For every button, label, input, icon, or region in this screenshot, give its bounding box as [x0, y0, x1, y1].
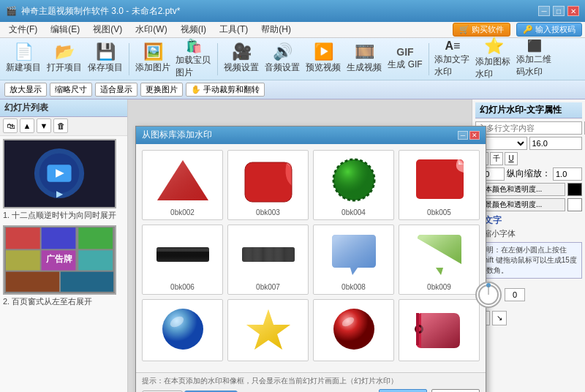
icon-label-0bk003: 0bk003 — [256, 208, 280, 216]
dialog-close-button[interactable]: ✕ — [469, 131, 480, 140]
multiline-text-input[interactable] — [475, 121, 582, 135]
menu-file[interactable]: 文件(F) — [3, 22, 43, 37]
slide-item-1[interactable]: ▶ 1. 十二点顺逆时针为向同时展开 — [3, 139, 124, 221]
icon-img-0bk003 — [233, 155, 303, 206]
icon-item-0bk013[interactable] — [399, 299, 480, 361]
add-qrcode-watermark-label: 添加二维码水印 — [516, 53, 553, 78]
fit-button[interactable]: 适合显示 — [95, 83, 137, 97]
text-color-button[interactable]: 文本颜色和透明度... — [475, 183, 565, 196]
dialog-minimize-button[interactable]: ─ — [458, 131, 468, 140]
zoom-out-button[interactable]: 缩略尺寸 — [50, 83, 92, 97]
bg-color-button[interactable]: 背景颜色和透明度... — [475, 198, 565, 211]
dialog-cancel-button[interactable]: 取消 — [431, 389, 480, 392]
preview-video-button[interactable]: ▶️ 预览视频 — [304, 41, 342, 78]
add-qrcode-watermark-button[interactable]: ⬛ 添加二维码水印 — [516, 41, 554, 78]
menu-tools[interactable]: 工具(T) — [214, 22, 254, 37]
icon-label-0bk007: 0bk007 — [256, 283, 280, 291]
heart-text-section: 心文字 — [475, 214, 582, 227]
maximize-button[interactable]: □ — [553, 6, 565, 16]
audio-settings-label: 音频设置 — [265, 61, 300, 74]
bg-color-swatch[interactable] — [567, 198, 582, 211]
menu-view[interactable]: 视图(V) — [87, 22, 128, 37]
buy-software-button[interactable]: 🛒 购买软件 — [453, 23, 510, 37]
menu-video[interactable]: 视频(I) — [175, 22, 212, 37]
arrow-buttons: → ↘ — [475, 311, 582, 325]
menu-help[interactable]: 帮助(H) — [255, 22, 297, 37]
slide-list-title: 幻灯片列表 — [4, 102, 48, 114]
icon-img-0bk011 — [233, 304, 303, 355]
close-button[interactable]: ✕ — [567, 6, 579, 16]
new-project-icon: 📄 — [14, 44, 34, 60]
menu-edit[interactable]: 编辑(E) — [45, 22, 86, 37]
svg-rect-10 — [6, 250, 40, 270]
text-color-swatch[interactable] — [567, 183, 582, 196]
icon-item-0bk012[interactable] — [313, 299, 394, 361]
rotate-input[interactable] — [505, 288, 525, 301]
font-size-input[interactable] — [529, 137, 583, 150]
rotate-circle[interactable] — [475, 282, 502, 308]
icon-item-0bk010[interactable] — [142, 299, 223, 361]
auth-code-button[interactable]: 🔑 输入授权码 — [516, 23, 582, 37]
slide-label-1: 1. 十二点顺逆时针为向同时展开 — [3, 210, 124, 221]
slide-list-content: ▶ 1. 十二点顺逆时针为向同时展开 — [0, 136, 127, 392]
icon-img-0bk006 — [148, 230, 218, 281]
scale-v-input[interactable] — [553, 167, 582, 181]
icon-item-0bk004[interactable]: 0bk004 — [313, 150, 394, 220]
slide-list-header: 幻灯片列表 — [0, 99, 127, 117]
arrow-down-right-button[interactable]: ↘ — [492, 311, 507, 325]
icon-item-0bk002[interactable]: 0bk002 — [142, 150, 223, 220]
strikethrough-button[interactable]: 千 — [490, 152, 503, 165]
svg-point-29 — [162, 309, 203, 350]
underline-button[interactable]: U — [505, 152, 518, 165]
audio-settings-button[interactable]: 🔊 音频设置 — [263, 41, 301, 78]
dialog-title-text: 从图标库添加水印 — [142, 129, 212, 141]
dialog-footer: 提示：在本页添加的水印和像框，只会显示在当前幻灯片画面上（幻灯片水印） 视频 幻… — [136, 372, 486, 392]
rotate-area — [475, 282, 582, 308]
delete-slide-button[interactable]: 🗑 — [53, 118, 68, 133]
move-down-button[interactable]: ▼ — [37, 118, 51, 133]
new-project-button[interactable]: 📄 新建项目 — [4, 41, 42, 78]
dialog-confirm-button[interactable]: 确定 — [379, 389, 427, 392]
save-project-button[interactable]: 💾 保存项目 — [86, 41, 124, 78]
move-up-button[interactable]: ▲ — [20, 118, 34, 133]
open-project-button[interactable]: 📂 打开项目 — [45, 41, 83, 78]
dialog-title-bar: 从图标库添加水印 ─ ✕ — [136, 127, 486, 144]
icon-item-0bk009[interactable]: 0bk009 — [399, 225, 480, 295]
zoom-in-button[interactable]: 放大显示 — [4, 83, 47, 97]
svg-rect-14 — [61, 271, 113, 291]
generate-video-button[interactable]: 🎞️ 生成视频 — [345, 41, 383, 78]
title-bar: 🎬 神奇主题视频制作软件 3.0 - 未命名2.ptv* ─ □ ✕ — [0, 0, 585, 22]
minimize-button[interactable]: ─ — [538, 6, 550, 16]
dialog-hint-text: 提示：在本页添加的水印和像框，只会显示在当前幻灯片画面上（幻灯片水印） — [142, 376, 480, 386]
svg-marker-32 — [246, 309, 290, 350]
add-image-button[interactable]: 🖼️ 添加图片 — [134, 41, 172, 78]
add-image-icon: 🖼️ — [143, 44, 163, 60]
icon-item-0bk006[interactable]: 0bk006 — [142, 225, 223, 295]
manual-crop-button[interactable]: ✋ 手动裁剪和翻转 — [186, 83, 265, 97]
anim-small-label: 动缩小字体 — [475, 228, 582, 239]
icon-label-0bk005: 0bk005 — [427, 208, 451, 216]
generate-gif-button[interactable]: GIF 生成 GIF — [386, 41, 424, 78]
right-panel: 幻灯片水印-文字属性 入多行文字内容 … 斜 千 U 纵向缩放： — [472, 99, 585, 392]
add-icon-watermark-button[interactable]: ⭐ 添加图标水印 — [475, 41, 513, 78]
menu-watermark[interactable]: 水印(W) — [129, 22, 173, 37]
taobao-button[interactable]: 🛍 — [3, 118, 18, 133]
icon-img-0bk012 — [319, 304, 389, 355]
video-settings-button[interactable]: 🎥 视频设置 — [222, 41, 260, 78]
icon-item-0bk005[interactable]: 0bk005 — [399, 150, 480, 220]
icon-item-0bk007[interactable]: 0bk007 — [227, 225, 309, 295]
load-taobao-button[interactable]: 🛍️ 加载宝贝图片 — [175, 41, 213, 78]
load-taobao-label: 加载宝贝图片 — [176, 54, 212, 79]
svg-point-33 — [333, 309, 374, 350]
icon-item-0bk011[interactable] — [227, 299, 309, 361]
slide-thumb-2: 广告牌 — [3, 225, 116, 295]
slide-item-2[interactable]: 广告牌 2. 百页窗式从左至右展开 — [3, 225, 124, 307]
icon-item-0bk008[interactable]: 0bk008 — [313, 225, 394, 295]
replace-image-button[interactable]: 更换图片 — [140, 83, 183, 97]
dialog-actions: 确定 取消 — [379, 389, 480, 392]
scale-row: 纵向缩放： — [475, 167, 582, 181]
icon-item-0bk003[interactable]: 0bk003 — [227, 150, 309, 220]
svg-rect-7 — [6, 227, 40, 249]
slide-label-2: 2. 百页窗式从左至右展开 — [3, 296, 124, 307]
add-text-watermark-button[interactable]: A≡ 添加文字水印 — [434, 41, 472, 78]
